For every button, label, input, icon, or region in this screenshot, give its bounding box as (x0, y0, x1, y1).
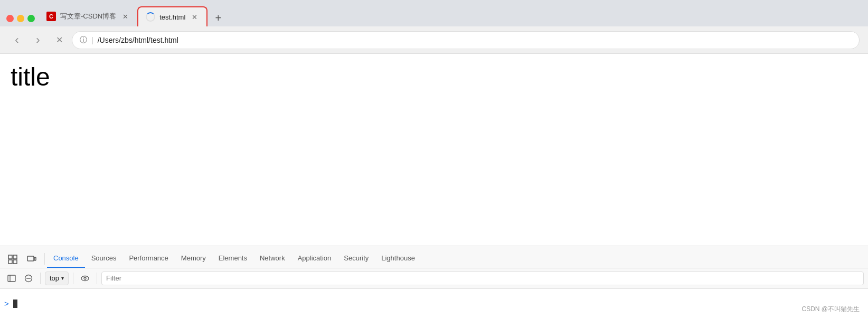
tab-test[interactable]: test.html ✕ (137, 6, 207, 26)
devtools-tab-security[interactable]: Security (337, 249, 375, 268)
devtools-tab-performance[interactable]: Performance (122, 249, 174, 268)
clear-console-btn[interactable] (21, 271, 36, 286)
console-filter-input[interactable] (101, 272, 864, 285)
window-controls (4, 15, 39, 26)
tab-test-close-btn[interactable]: ✕ (190, 12, 199, 22)
close-window-btn[interactable] (6, 15, 14, 22)
csdn-favicon: C (46, 12, 56, 21)
tab-bar: C 写文章-CSDN博客 ✕ test.html ✕ + (0, 0, 868, 26)
address-text: /Users/zbs/html/test.html (98, 36, 178, 44)
devtools-tab-memory[interactable]: Memory (175, 249, 212, 268)
page-title: title (11, 62, 857, 91)
devtools-tab-elements[interactable]: Elements (212, 249, 253, 268)
nav-bar: ‹ › ✕ ⓘ | /Users/zbs/html/test.html (0, 26, 868, 54)
clear-icon (24, 274, 33, 283)
elements-picker-btn[interactable] (4, 251, 21, 268)
devtools-tab-console[interactable]: Console (47, 249, 85, 268)
device-toolbar-btn[interactable] (23, 251, 40, 268)
eye-btn[interactable] (78, 271, 92, 286)
svg-rect-6 (8, 275, 15, 282)
toolbar-separator-2 (73, 273, 73, 284)
devtools-panel: Console Sources Performance Memory Eleme… (0, 246, 868, 318)
attribution-text: CSDN @不叫猫先生 (801, 305, 860, 314)
console-sidebar-btn[interactable] (4, 271, 19, 286)
tab-csdn-label: 写文章-CSDN博客 (60, 12, 116, 21)
csdn-favicon-icon: C (46, 12, 56, 21)
info-icon: ⓘ (80, 35, 87, 45)
eye-icon (81, 274, 89, 283)
tab-loading-spinner (146, 12, 155, 22)
svg-rect-1 (13, 255, 17, 259)
console-input-area[interactable]: > (0, 288, 868, 318)
minimize-window-btn[interactable] (17, 15, 24, 22)
tab-csdn[interactable]: C 写文章-CSDN博客 ✕ (39, 6, 137, 26)
toolbar-separator (40, 273, 41, 284)
devtools-tab-lighthouse[interactable]: Lighthouse (375, 249, 421, 268)
svg-rect-3 (13, 260, 17, 264)
devtools-tab-bar: Console Sources Performance Memory Eleme… (0, 246, 868, 268)
context-selector-dropdown[interactable]: top ▾ (45, 272, 69, 285)
svg-point-11 (84, 277, 86, 279)
browser-window: C 写文章-CSDN博客 ✕ test.html ✕ + ‹ › ✕ ⓘ | /… (0, 0, 868, 318)
elements-picker-icon (8, 255, 17, 264)
forward-btn[interactable]: › (30, 32, 46, 49)
page-content: title (0, 54, 868, 246)
devtools-toolbar: top ▾ (0, 268, 868, 288)
context-selector-value: top (50, 274, 59, 282)
back-btn[interactable]: ‹ (8, 32, 25, 49)
svg-rect-0 (8, 255, 12, 259)
tab-test-label: test.html (159, 13, 185, 21)
devtools-tab-sources[interactable]: Sources (85, 249, 123, 268)
dropdown-arrow-icon: ▾ (61, 275, 64, 281)
svg-rect-4 (27, 256, 34, 261)
devtools-tab-network[interactable]: Network (253, 249, 291, 268)
address-separator: | (91, 36, 93, 44)
devtools-tab-application[interactable]: Application (291, 249, 338, 268)
address-bar[interactable]: ⓘ | /Users/zbs/html/test.html (72, 31, 860, 49)
toolbar-separator-3 (97, 273, 97, 284)
console-prompt-icon: > (4, 299, 9, 308)
sidebar-icon (7, 274, 16, 283)
devtools-tab-separator (44, 253, 45, 265)
svg-rect-2 (8, 260, 12, 264)
svg-rect-5 (34, 257, 36, 260)
svg-point-10 (81, 276, 89, 280)
reload-btn[interactable]: ✕ (51, 32, 68, 49)
new-tab-btn[interactable]: + (210, 10, 227, 26)
tab-csdn-close-btn[interactable]: ✕ (120, 12, 130, 21)
device-toolbar-icon (27, 255, 36, 264)
console-cursor (13, 300, 17, 308)
maximize-window-btn[interactable] (27, 15, 35, 22)
